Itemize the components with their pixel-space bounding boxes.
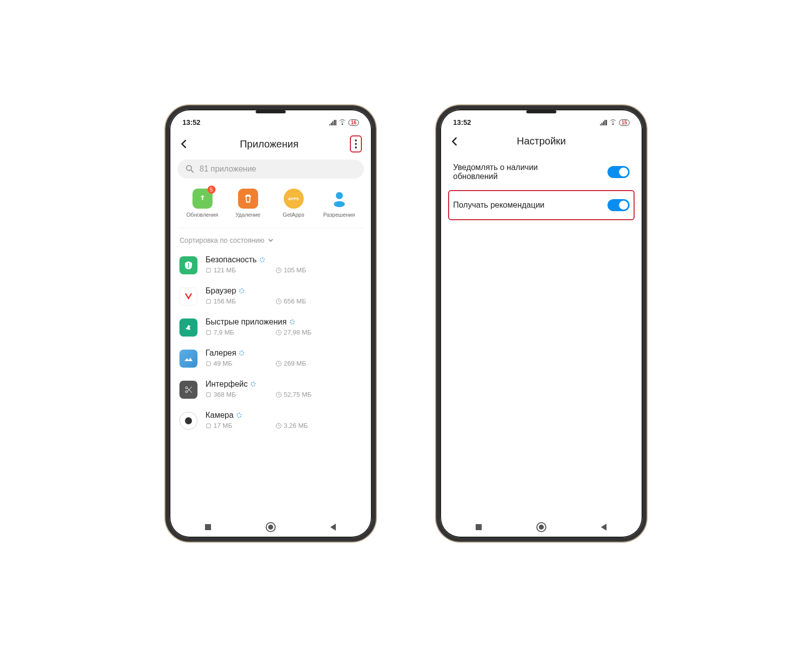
setting-recommendations[interactable]: Получать рекомендации [448,190,635,220]
svg-point-22 [268,525,273,530]
scissors-icon [183,385,193,395]
more-vertical-icon [355,139,357,148]
svg-point-4 [336,192,343,199]
search-placeholder: 81 приложение [199,165,256,174]
nav-home-icon[interactable] [536,522,547,533]
svg-point-5 [334,201,345,207]
app-storage: 17 МБ [214,422,232,429]
chip-icon [206,423,212,429]
page-title: Настройки [517,135,566,147]
more-button[interactable] [350,135,362,152]
nav-back-icon[interactable] [329,523,338,532]
loading-icon [237,413,242,418]
chip-icon [206,361,212,367]
status-bar: 13:52 16 [177,118,364,126]
svg-rect-12 [207,362,211,366]
loading-icon [260,257,265,262]
svg-rect-10 [207,331,211,335]
svg-point-3 [186,166,191,171]
action-updates[interactable]: 5 Обновления [179,189,225,218]
list-item[interactable]: Браузер 156 МБ 656 МБ [177,280,364,311]
nav-bar [448,515,635,538]
screen-2: 13:52 15 Настройки Уведомлять о наличии … [440,109,643,538]
nav-bar [177,515,364,538]
battery-icon: 15 [619,119,630,126]
list-item[interactable]: Безопасность 121 МБ 105 МБ [177,249,364,280]
app-storage: 49 МБ [214,360,232,367]
svg-point-0 [355,139,357,141]
action-uninstall-label: Удаление [236,212,261,218]
clock-icon [276,361,282,367]
nav-recent-icon[interactable] [204,523,213,532]
svg-rect-23 [476,524,482,530]
action-permissions[interactable]: Разрешения [316,189,362,218]
action-updates-label: Обновления [186,212,218,218]
action-permissions-label: Разрешения [323,212,355,218]
clock-icon [276,330,282,336]
search-bar[interactable]: 81 приложение [177,159,364,179]
setting-notify-updates[interactable]: Уведомлять о наличии обновлений [448,154,635,190]
camera-icon [185,417,192,424]
header: Настройки [448,135,635,147]
list-item[interactable]: Интерфейс 368 МБ 52,75 МБ [177,374,364,405]
back-button[interactable] [179,139,188,148]
chip-icon [206,298,212,304]
status-icons: 15 [600,119,630,126]
nav-back-icon[interactable] [599,523,608,532]
app-time: 105 МБ [284,266,306,274]
app-name: Браузер [206,286,236,295]
list-item[interactable]: Быстрые приложения 7,9 МБ 27,98 МБ [177,311,364,343]
phone-2: 13:52 15 Настройки Уведомлять о наличии … [436,105,647,542]
search-icon [185,165,194,174]
action-row: 5 Обновления Удаление APPS GetApps [177,189,364,228]
nav-recent-icon[interactable] [474,523,483,532]
back-button[interactable] [450,137,459,146]
svg-point-15 [185,391,187,393]
list-item[interactable]: Галерея 49 МБ 269 МБ [177,343,364,374]
toggle-recommendations[interactable] [607,199,630,211]
empty-space [448,220,635,515]
app-time: 656 МБ [284,297,306,305]
clock-icon [276,267,282,273]
wifi-icon [338,119,346,125]
setting-label: Уведомлять о наличии обновлений [453,163,573,181]
loading-icon [290,319,295,325]
nav-home-icon[interactable] [265,522,276,533]
person-icon [331,190,348,207]
status-time: 13:52 [182,118,200,126]
app-name: Быстрые приложения [206,317,287,327]
svg-rect-6 [207,268,211,272]
action-uninstall[interactable]: Удаление [225,189,271,218]
chevron-left-icon [179,139,188,148]
chip-icon [206,392,212,398]
chevron-down-icon [268,237,274,243]
svg-point-2 [355,146,357,148]
action-getapps[interactable]: APPS GetApps [271,189,316,218]
status-bar: 13:52 15 [448,118,635,126]
app-time: 27,98 МБ [284,329,312,336]
status-icons: 16 [329,119,359,126]
app-name: Галерея [206,349,236,358]
apps-icon: APPS [288,197,299,201]
toggle-notify[interactable] [607,166,630,178]
clock-icon [276,392,282,398]
svg-rect-8 [207,299,211,303]
app-name: Безопасность [206,255,257,264]
phone-1: 13:52 16 Приложения 81 приложение [165,105,376,542]
updates-badge: 5 [208,186,216,194]
app-storage: 156 МБ [214,297,236,305]
chevron-left-icon [450,137,459,146]
svg-point-1 [355,143,357,145]
clock-icon [276,423,282,429]
sort-dropdown[interactable]: Сортировка по состоянию [177,228,364,249]
svg-rect-20 [205,524,211,530]
signal-icon [600,119,607,125]
upload-icon [198,194,207,203]
list-item[interactable]: Камера 17 МБ 3,26 МБ [177,405,364,436]
chip-icon [206,330,212,336]
trash-icon [244,194,253,203]
signal-icon [329,119,336,125]
app-storage: 368 МБ [214,391,236,398]
header: Приложения [177,135,364,152]
svg-rect-16 [207,393,211,397]
